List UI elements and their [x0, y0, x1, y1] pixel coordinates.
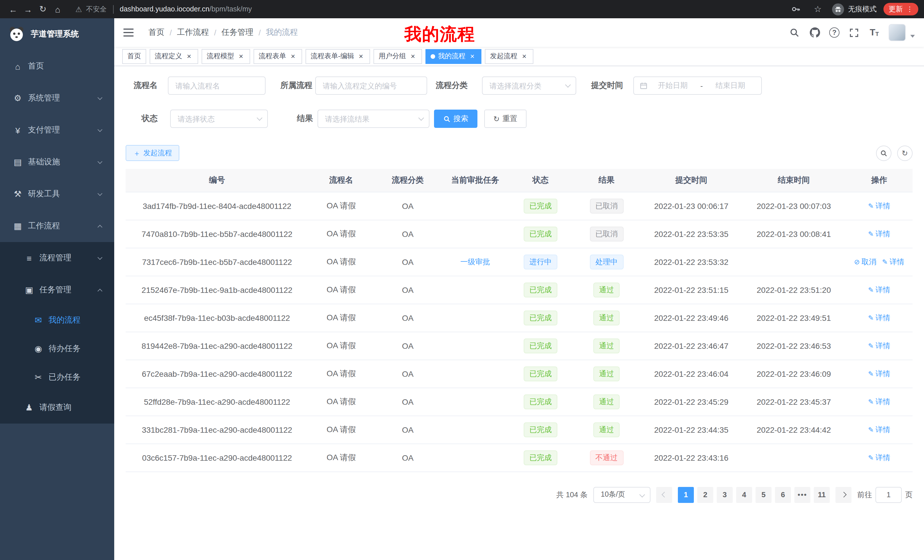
detail-link[interactable]: ✎详情: [868, 340, 890, 351]
search-icon[interactable]: [788, 26, 801, 39]
toggle-search-button[interactable]: [876, 145, 891, 161]
view-tab[interactable]: 发起流程×: [485, 49, 533, 64]
forward-icon[interactable]: →: [21, 2, 35, 16]
detail-icon: ✎: [868, 454, 874, 461]
detail-link[interactable]: ✎详情: [868, 452, 890, 463]
close-icon[interactable]: ×: [357, 52, 365, 60]
prev-page-button[interactable]: [656, 487, 672, 503]
view-tab[interactable]: 我的流程×: [426, 49, 482, 64]
process-definition-input[interactable]: [315, 76, 427, 95]
chevron-down-icon[interactable]: [910, 34, 915, 37]
github-icon[interactable]: [808, 26, 821, 39]
task-link[interactable]: 一级审批: [460, 257, 490, 267]
home-button-icon[interactable]: ⌂: [50, 2, 65, 16]
page-size-select[interactable]: [593, 487, 651, 503]
refresh-table-button[interactable]: ↻: [897, 145, 913, 161]
page-button[interactable]: 6: [775, 487, 791, 503]
sidebar-item-label: 待办任务: [48, 344, 81, 354]
page-button[interactable]: 5: [756, 487, 771, 503]
detail-link[interactable]: ✎详情: [868, 229, 890, 239]
sidebar-item[interactable]: ▣任务管理: [0, 274, 114, 306]
status-select[interactable]: [170, 109, 268, 128]
close-icon[interactable]: ×: [409, 52, 417, 60]
cell-end-time: [742, 248, 846, 276]
close-icon[interactable]: ×: [185, 52, 193, 60]
detail-link[interactable]: ✎详情: [868, 201, 890, 211]
page-button[interactable]: 2: [697, 487, 713, 503]
detail-link[interactable]: ✎详情: [868, 313, 890, 323]
close-icon[interactable]: ×: [468, 52, 476, 60]
menu-dots-icon[interactable]: ⋮: [906, 5, 913, 13]
view-tab[interactable]: 流程表单×: [254, 49, 302, 64]
category-select[interactable]: [482, 76, 576, 95]
page-button[interactable]: 4: [736, 487, 752, 503]
view-tab[interactable]: 流程表单-编辑×: [306, 49, 370, 64]
sidebar-item[interactable]: ⚙系统管理: [0, 82, 114, 114]
breadcrumb-item[interactable]: 任务管理: [222, 27, 254, 38]
chevron-up-icon: [98, 225, 102, 229]
user-avatar[interactable]: [889, 24, 906, 41]
page-more-button[interactable]: •••: [794, 487, 810, 503]
sidebar-item[interactable]: ✉我的流程: [0, 306, 114, 334]
category-select-input[interactable]: [482, 76, 576, 95]
cell-actions: ✎详情: [846, 304, 913, 332]
close-icon[interactable]: ×: [237, 52, 245, 60]
sidebar-item[interactable]: ◉待办任务: [0, 334, 114, 363]
close-icon[interactable]: ×: [520, 52, 528, 60]
font-size-icon[interactable]: TT: [868, 26, 880, 39]
create-process-button[interactable]: ＋ 发起流程: [126, 145, 179, 161]
cell-task: [441, 276, 509, 304]
browser-update-button[interactable]: 更新 ⋮: [884, 3, 918, 15]
page-button[interactable]: 3: [717, 487, 733, 503]
view-tab[interactable]: 首页: [122, 49, 146, 64]
detail-link[interactable]: ✎详情: [882, 257, 904, 267]
sidebar-item[interactable]: ▤基础设施: [0, 146, 114, 178]
submit-time-label: 提交时间: [591, 81, 623, 91]
page-button[interactable]: 11: [814, 487, 830, 503]
cell-submit-time: 2022-01-22 23:45:29: [641, 388, 742, 416]
goto-page-input[interactable]: [876, 487, 902, 503]
search-button[interactable]: 搜索: [434, 109, 477, 128]
back-icon[interactable]: ←: [6, 2, 21, 16]
chevron-down-icon: [98, 191, 102, 196]
sidebar-item[interactable]: ▦工作流程: [0, 210, 114, 242]
cell-result: 已取消: [572, 220, 641, 248]
sidebar-item[interactable]: ⚒研发工具: [0, 178, 114, 210]
sidebar-item[interactable]: ≡流程管理: [0, 242, 114, 274]
cell-category: OA: [374, 443, 441, 472]
address-bar[interactable]: ⚠ 不安全 dashboard.yudao.iocoder.cn/bpm/tas…: [75, 4, 252, 14]
view-tab[interactable]: 流程模型×: [202, 49, 250, 64]
close-icon[interactable]: ×: [289, 52, 297, 60]
next-page-button[interactable]: [836, 487, 852, 503]
breadcrumb-item[interactable]: 工作流程: [177, 27, 209, 38]
result-select[interactable]: [318, 109, 429, 128]
security-label[interactable]: 不安全: [86, 4, 106, 14]
app-logo-row[interactable]: 芋道管理系统: [0, 18, 114, 50]
fullscreen-icon[interactable]: [848, 26, 860, 39]
page-button[interactable]: 1: [678, 487, 694, 503]
sidebar-item[interactable]: ⌂首页: [0, 50, 114, 82]
reset-button[interactable]: ↻ 重置: [484, 109, 526, 128]
detail-link[interactable]: ✎详情: [868, 397, 890, 407]
breadcrumb-item[interactable]: 首页: [148, 27, 165, 38]
view-tab[interactable]: 用户分组×: [374, 49, 422, 64]
detail-link[interactable]: ✎详情: [868, 424, 890, 435]
help-icon[interactable]: ?: [829, 27, 840, 38]
result-select-input[interactable]: [318, 109, 429, 128]
submit-time-range[interactable]: 开始日期 - 结束日期: [633, 76, 762, 95]
reload-icon[interactable]: ↻: [35, 2, 50, 16]
sidebar-item[interactable]: ✂已办任务: [0, 363, 114, 392]
status-select-input[interactable]: [170, 109, 268, 128]
bookmark-star-icon[interactable]: ☆: [810, 2, 825, 16]
view-tab[interactable]: 流程定义×: [150, 49, 198, 64]
url-text[interactable]: dashboard.yudao.iocoder.cn/bpm/task/my: [120, 5, 252, 13]
sidebar-item[interactable]: ♟请假查询: [0, 392, 114, 424]
detail-link[interactable]: ✎详情: [868, 368, 890, 379]
cancel-link[interactable]: ⊘取消: [854, 257, 876, 267]
password-key-icon[interactable]: [789, 2, 804, 16]
sidebar-item[interactable]: ¥支付管理: [0, 114, 114, 146]
sidebar-toggle-icon[interactable]: [123, 28, 134, 36]
process-name-input[interactable]: [168, 76, 266, 95]
gear-icon: ⚙: [11, 93, 24, 103]
detail-link[interactable]: ✎详情: [868, 284, 890, 295]
